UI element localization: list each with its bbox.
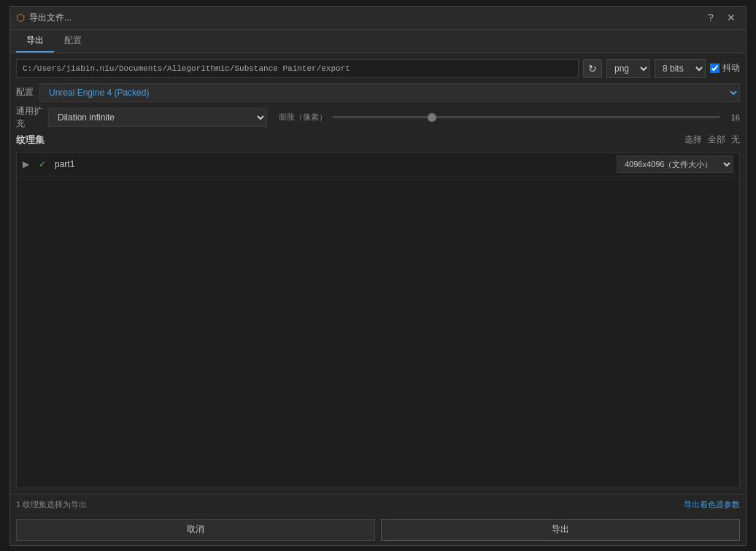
path-row: ↻ png jpg tga exr 8 bits 16 bits 32 bits… (16, 59, 740, 78)
dilation-select[interactable]: Dilation infinite Dilation No dilation (48, 108, 267, 127)
title-bar: ⬡ 导出文件... ? ✕ (10, 7, 746, 30)
export-count-label: 1 纹理集选择为导出 (16, 499, 87, 510)
title-bar-controls: ? ✕ (702, 9, 740, 26)
title-bar-left: ⬡ 导出文件... (16, 12, 72, 24)
slider-container: 膨胀（像素） 16 (273, 112, 740, 123)
help-button[interactable]: ? (702, 9, 720, 26)
tab-bar: 导出 配置 (10, 30, 746, 53)
bits-select[interactable]: 8 bits 16 bits 32 bits (655, 59, 706, 78)
size-select[interactable]: 512x512 1024x1024 2048x2048 4096x4096（文件… (617, 155, 733, 173)
close-button[interactable]: ✕ (722, 9, 740, 26)
dialog-title: 导出文件... (29, 12, 72, 24)
tab-export[interactable]: 导出 (16, 30, 54, 53)
dither-input[interactable] (710, 63, 720, 73)
dilation-label: 通用扩充 (16, 105, 42, 130)
dither-label: 抖动 (722, 62, 740, 74)
mesh-list: ▶ ✓ part1 512x512 1024x1024 2048x2048 40… (16, 153, 740, 488)
dilation-row: 通用扩充 Dilation infinite Dilation No dilat… (16, 107, 740, 128)
dialog-icon: ⬡ (16, 12, 25, 23)
tab-config[interactable]: 配置 (54, 30, 92, 53)
expand-arrow-icon[interactable]: ▶ (23, 159, 33, 169)
none-label[interactable]: 无 (731, 134, 740, 146)
select-label[interactable]: 选择 (684, 134, 702, 146)
mesh-section-header: 纹理集 选择 全部 无 (16, 132, 740, 148)
slider-label: 膨胀（像素） (279, 112, 327, 123)
mesh-name: part1 (55, 159, 611, 169)
footer: 1 纹理集选择为导出 导出着色器参数 (10, 494, 746, 515)
dilation-slider[interactable] (333, 116, 720, 118)
export-button[interactable]: 导出 (381, 519, 740, 541)
mesh-item[interactable]: ▶ ✓ part1 512x512 1024x1024 2048x2048 40… (17, 153, 739, 177)
format-select[interactable]: png jpg tga exr (606, 59, 650, 78)
checked-icon: ✓ (39, 159, 49, 169)
dither-checkbox[interactable]: 抖动 (710, 62, 740, 74)
shader-params-link[interactable]: 导出着色器参数 (684, 499, 740, 510)
content-area: ↻ png jpg tga exr 8 bits 16 bits 32 bits… (10, 53, 746, 494)
footer-left: 1 纹理集选择为导出 (16, 499, 87, 510)
config-row: 配置 Unreal Engine 4 (Packed) Unity 5 (Sta… (16, 82, 740, 103)
section-actions: 选择 全部 无 (684, 134, 740, 146)
export-path-input[interactable] (16, 59, 579, 78)
all-label[interactable]: 全部 (708, 134, 725, 146)
config-label: 配置 (16, 86, 39, 99)
cancel-button[interactable]: 取消 (16, 519, 375, 541)
config-select[interactable]: Unreal Engine 4 (Packed) Unity 5 (Standa… (39, 83, 740, 102)
slider-value: 16 (725, 113, 740, 122)
mesh-section-title: 纹理集 (16, 134, 45, 147)
refresh-button[interactable]: ↻ (583, 59, 602, 78)
button-row: 取消 导出 (10, 515, 746, 545)
export-dialog: ⬡ 导出文件... ? ✕ 导出 配置 ↻ png jpg tga exr (9, 6, 747, 546)
